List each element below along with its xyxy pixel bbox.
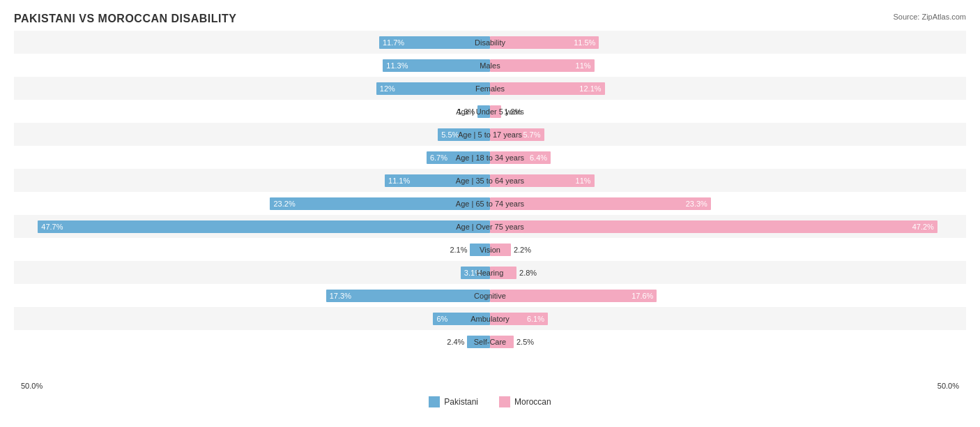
bar-right-label: 23.3% bbox=[686, 200, 707, 208]
axis-row: 50.0% 50.0% bbox=[14, 378, 966, 394]
bar-left-label: 17.3% bbox=[330, 292, 351, 300]
chart-row: 17.3%Cognitive17.6% bbox=[14, 284, 966, 307]
bar-left-label: 2.1% bbox=[450, 246, 467, 254]
bar-right-label: 11% bbox=[576, 61, 591, 70]
chart-row: 5.5%Age | 5 to 17 years5.7% bbox=[14, 123, 966, 146]
bar-right: 1.2% bbox=[490, 105, 501, 118]
left-section: 11.7% bbox=[14, 31, 490, 54]
bar-left: 11.3% bbox=[383, 59, 490, 72]
chart-row: 6%Ambulatory6.1% bbox=[14, 307, 966, 330]
bar-left-label: 23.2% bbox=[273, 200, 295, 208]
bar-left-label: 6% bbox=[436, 315, 447, 323]
bar-right-label: 17.6% bbox=[631, 292, 653, 300]
bar-left-label: 47.7% bbox=[41, 223, 63, 231]
bar-left-label: 11.3% bbox=[386, 61, 408, 70]
bar-right: 6.1% bbox=[490, 313, 548, 325]
legend-label-moroccan: Moroccan bbox=[514, 397, 551, 407]
chart-row: 1.3%Age | Under 5 years1.2% bbox=[14, 100, 966, 123]
chart-row: 23.2%Age | 65 to 74 years23.3% bbox=[14, 192, 966, 215]
right-section: 11% bbox=[490, 54, 966, 77]
left-section: 5.5% bbox=[14, 123, 490, 146]
bar-left: 1.3% bbox=[477, 105, 490, 118]
right-section: 12.1% bbox=[490, 77, 966, 100]
chart-row: 11.7%Disability11.5% bbox=[14, 31, 966, 54]
bar-left-label: 11.7% bbox=[383, 38, 404, 47]
chart-row: 11.3%Males11% bbox=[14, 54, 966, 77]
bar-left-label: 2.4% bbox=[447, 338, 464, 346]
bar-left-label: 1.3% bbox=[457, 107, 475, 116]
bar-right-label: 1.2% bbox=[504, 107, 521, 116]
bar-left: 5.5% bbox=[438, 128, 490, 141]
right-section: 11.5% bbox=[490, 31, 966, 54]
right-section: 6.1% bbox=[490, 307, 966, 330]
bar-left-label: 6.7% bbox=[430, 153, 447, 162]
bar-left-label: 5.5% bbox=[441, 130, 459, 139]
left-section: 12% bbox=[14, 77, 490, 100]
bar-left: 6% bbox=[433, 313, 490, 325]
chart-row: 12%Females12.1% bbox=[14, 77, 966, 100]
right-section: 23.3% bbox=[490, 192, 966, 215]
bar-left: 11.7% bbox=[379, 36, 490, 49]
right-section: 2.5% bbox=[490, 330, 966, 353]
bar-right: 11% bbox=[490, 174, 595, 187]
bar-right-label: 2.2% bbox=[514, 246, 531, 254]
bar-left: 47.7% bbox=[38, 220, 490, 233]
right-section: 11% bbox=[490, 169, 966, 192]
left-section: 6.7% bbox=[14, 146, 490, 169]
bar-right: 11.5% bbox=[490, 36, 599, 49]
legend-box-pakistani bbox=[429, 396, 440, 407]
bar-left: 3.1% bbox=[461, 267, 490, 279]
bar-left: 17.3% bbox=[326, 290, 490, 302]
bar-right-label: 47.2% bbox=[912, 223, 934, 231]
bar-right-label: 11% bbox=[576, 177, 591, 185]
chart-row: 3.1%Hearing2.8% bbox=[14, 261, 966, 284]
bar-right: 23.3% bbox=[490, 197, 711, 210]
chart-container: PAKISTANI VS MOROCCAN DISABILITY Source:… bbox=[0, 0, 980, 427]
right-section: 47.2% bbox=[490, 215, 966, 238]
bar-right: 6.4% bbox=[490, 151, 551, 164]
bar-right: 2.8% bbox=[490, 267, 516, 279]
left-section: 11.3% bbox=[14, 54, 490, 77]
left-section: 1.3% bbox=[14, 100, 490, 123]
bar-left-label: 11.1% bbox=[388, 177, 410, 185]
bar-left: 2.4% bbox=[467, 336, 490, 348]
left-section: 2.1% bbox=[14, 238, 490, 261]
left-section: 2.4% bbox=[14, 330, 490, 353]
chart-row: 2.4%Self-Care2.5% bbox=[14, 330, 966, 353]
axis-left: 50.0% bbox=[14, 382, 490, 390]
bar-left: 23.2% bbox=[270, 197, 490, 210]
bar-right-label: 5.7% bbox=[523, 130, 540, 139]
bar-right: 2.5% bbox=[490, 336, 514, 348]
legend-item-pakistani: Pakistani bbox=[429, 396, 478, 407]
left-section: 6% bbox=[14, 307, 490, 330]
bar-right-label: 2.8% bbox=[519, 269, 537, 277]
chart-row: 6.7%Age | 18 to 34 years6.4% bbox=[14, 146, 966, 169]
right-section: 6.4% bbox=[490, 146, 966, 169]
bar-left-label: 12% bbox=[380, 84, 395, 93]
bar-right-label: 2.5% bbox=[516, 338, 534, 346]
bar-left: 11.1% bbox=[385, 174, 490, 187]
chart-title: PAKISTANI VS MOROCCAN DISABILITY bbox=[14, 13, 966, 25]
legend-item-moroccan: Moroccan bbox=[499, 396, 551, 407]
bar-right: 47.2% bbox=[490, 220, 937, 233]
left-section: 17.3% bbox=[14, 284, 490, 307]
bar-left-label: 3.1% bbox=[464, 269, 482, 277]
left-section: 3.1% bbox=[14, 261, 490, 284]
source-label: Source: ZipAtlas.com bbox=[893, 13, 966, 21]
bar-right: 12.1% bbox=[490, 82, 605, 95]
bar-left: 6.7% bbox=[427, 151, 490, 164]
bar-right: 11% bbox=[490, 59, 595, 72]
right-section: 5.7% bbox=[490, 123, 966, 146]
left-section: 23.2% bbox=[14, 192, 490, 215]
bar-right: 2.2% bbox=[490, 244, 511, 256]
right-section: 2.8% bbox=[490, 261, 966, 284]
legend-box-moroccan bbox=[499, 396, 510, 407]
chart-area: 11.7%Disability11.5%11.3%Males11%12%Fema… bbox=[14, 31, 966, 375]
bar-right-label: 6.1% bbox=[527, 315, 544, 323]
bar-right-label: 6.4% bbox=[530, 153, 547, 162]
right-section: 1.2% bbox=[490, 100, 966, 123]
legend: Pakistani Moroccan bbox=[14, 396, 966, 407]
bar-left: 12% bbox=[376, 82, 490, 95]
legend-label-pakistani: Pakistani bbox=[444, 397, 478, 407]
left-section: 11.1% bbox=[14, 169, 490, 192]
